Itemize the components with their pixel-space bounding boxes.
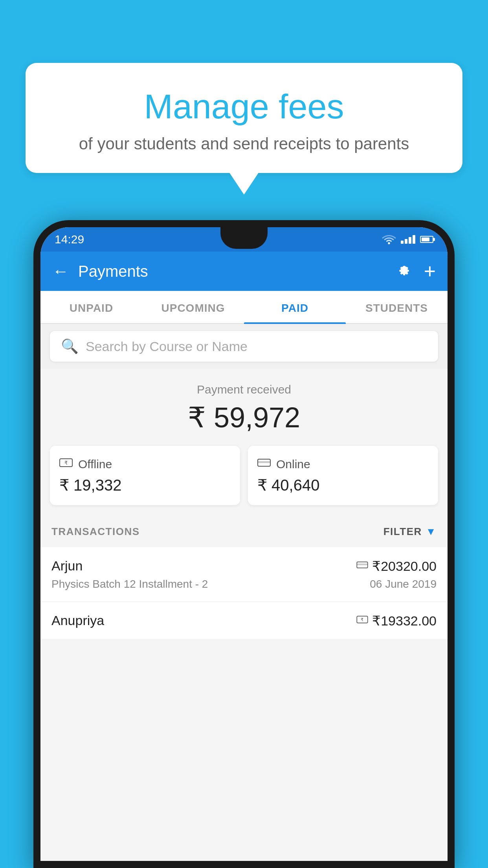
battery-icon: [420, 236, 433, 243]
transaction-amount-wrap-2: ₹ ₹19332.00: [356, 613, 437, 629]
tab-students[interactable]: STUDENTS: [346, 291, 448, 323]
header-icons: +: [396, 259, 436, 283]
add-icon[interactable]: +: [424, 259, 436, 283]
online-amount: ₹ 40,640: [257, 476, 429, 494]
manage-fees-subtitle: of your students and send receipts to pa…: [45, 134, 443, 153]
filter-icon: ▼: [426, 526, 437, 538]
transaction-item-partial[interactable]: Anupriya ₹ ₹19332.00: [40, 602, 448, 639]
transaction-name-2: Anupriya: [51, 613, 104, 628]
status-time: 14:29: [55, 233, 84, 246]
transaction-row-2: Anupriya ₹ ₹19332.00: [51, 613, 437, 629]
svg-text:₹: ₹: [361, 617, 364, 622]
transaction-type-icon-1: [356, 560, 368, 572]
payment-received-label: Payment received: [50, 383, 438, 396]
svg-rect-3: [258, 461, 270, 463]
notch: [220, 227, 268, 249]
online-card-header: Online: [257, 457, 429, 471]
speech-bubble-container: Manage fees of your students and send re…: [26, 63, 462, 173]
search-box[interactable]: 🔍 Search by Course or Name: [50, 331, 438, 362]
tab-paid[interactable]: PAID: [244, 291, 346, 323]
status-bar: 14:29: [40, 227, 448, 252]
settings-icon[interactable]: [396, 261, 413, 282]
transactions-header: TRANSACTIONS FILTER ▼: [40, 516, 448, 547]
offline-card-header: ₹ Offline: [59, 457, 231, 471]
tab-upcoming[interactable]: UPCOMING: [142, 291, 244, 323]
transaction-name-1: Arjun: [51, 558, 83, 574]
status-icons: [382, 234, 433, 245]
transaction-item[interactable]: Arjun ₹20320.00 Physics Batch 12 Install…: [40, 547, 448, 602]
wifi-icon: [382, 234, 396, 245]
online-label: Online: [276, 458, 310, 471]
transaction-row-1: Arjun ₹20320.00: [51, 558, 437, 574]
tab-unpaid[interactable]: UNPAID: [40, 291, 142, 323]
transaction-amount-wrap-1: ₹20320.00: [356, 558, 437, 574]
tabs-bar: UNPAID UPCOMING PAID STUDENTS: [40, 291, 448, 324]
search-input[interactable]: Search by Course or Name: [86, 339, 248, 354]
online-icon: [257, 457, 271, 471]
transaction-amount-2: ₹19332.00: [372, 613, 437, 629]
svg-rect-5: [357, 564, 367, 565]
offline-icon: ₹: [59, 457, 73, 471]
svg-text:₹: ₹: [64, 460, 68, 466]
transaction-type-icon-2: ₹: [356, 614, 368, 627]
payment-total-amount: ₹ 59,972: [50, 401, 438, 434]
online-card: Online ₹ 40,640: [248, 446, 438, 505]
transaction-course-1: Physics Batch 12 Installment - 2: [51, 578, 208, 590]
speech-bubble: Manage fees of your students and send re…: [26, 63, 462, 173]
offline-label: Offline: [78, 458, 112, 471]
app-header: ← Payments +: [40, 252, 448, 291]
search-container: 🔍 Search by Course or Name: [40, 324, 448, 369]
payment-summary: Payment received ₹ 59,972: [40, 369, 448, 446]
signal-icon: [401, 235, 415, 244]
transactions-label: TRANSACTIONS: [51, 526, 140, 538]
transaction-detail-1: Physics Batch 12 Installment - 2 06 June…: [51, 578, 437, 590]
filter-label: FILTER: [383, 526, 422, 538]
filter-button[interactable]: FILTER ▼: [383, 526, 437, 538]
back-button[interactable]: ←: [52, 262, 69, 281]
search-icon: 🔍: [61, 338, 79, 355]
payment-cards: ₹ Offline ₹ 19,332 Online: [40, 446, 448, 516]
offline-amount: ₹ 19,332: [59, 476, 231, 494]
transaction-amount-1: ₹20320.00: [372, 558, 437, 574]
phone-frame: 14:29: [33, 220, 455, 868]
manage-fees-title: Manage fees: [45, 86, 443, 127]
offline-card: ₹ Offline ₹ 19,332: [50, 446, 240, 505]
page-title: Payments: [78, 263, 396, 280]
phone-inner: 14:29: [40, 227, 448, 861]
transaction-date-1: 06 June 2019: [370, 578, 437, 590]
